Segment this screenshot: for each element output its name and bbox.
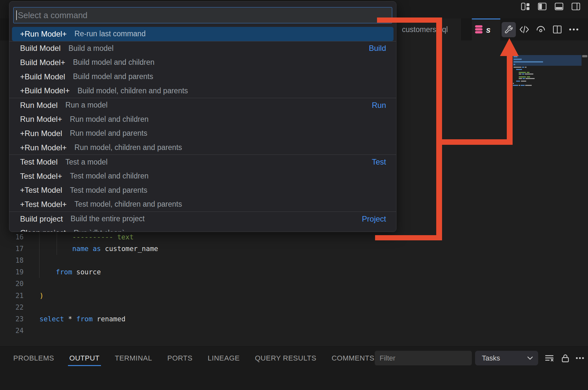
command-item-description: Run `dbt clean`: [73, 229, 124, 232]
command-item-label: +Test Model: [20, 186, 62, 195]
minimap-line: [521, 81, 526, 82]
tasks-dropdown[interactable]: Tasks: [475, 351, 538, 365]
bottom-panel: PROBLEMSOUTPUTTERMINALPORTSLINEAGEQUERY …: [0, 346, 588, 390]
minimap-line: [522, 67, 524, 68]
panel-tab-lineage[interactable]: LINEAGE: [208, 354, 240, 362]
lock-icon[interactable]: [559, 351, 572, 365]
minimap-line: [526, 78, 535, 79]
minimap-line: [513, 85, 518, 86]
command-input[interactable]: Select a command: [13, 7, 392, 23]
minimap[interactable]: [513, 55, 582, 152]
code-line[interactable]: 20: [0, 278, 291, 290]
code-line[interactable]: 22: [0, 301, 291, 313]
command-item-label: Test Model: [20, 157, 58, 166]
command-item[interactable]: Test Model+Test model and children: [9, 169, 396, 183]
code-line[interactable]: 23select * from renamed: [0, 313, 291, 325]
code-line[interactable]: 16 ---------- text: [0, 231, 291, 243]
scrollbar-thumb[interactable]: [582, 55, 587, 57]
command-item[interactable]: Run Model+Run model and children: [9, 112, 396, 127]
minimap-line: [513, 83, 514, 84]
command-item-label: Clean project: [20, 228, 66, 232]
code-line[interactable]: 17 name as customer_name: [0, 243, 291, 255]
command-item-description: Build model, children and parents: [77, 86, 188, 95]
customize-layout-icon[interactable]: [521, 3, 530, 10]
more-actions-icon[interactable]: [565, 22, 582, 37]
code-text: ---------- text: [39, 233, 134, 241]
toggle-panel-icon[interactable]: [555, 3, 563, 10]
filter-placeholder: Filter: [380, 354, 395, 362]
minimap-line: [516, 81, 520, 82]
command-input-placeholder: Select a command: [18, 10, 87, 20]
command-item-description: Run model and parents: [70, 129, 147, 138]
filter-input[interactable]: Filter: [375, 351, 472, 365]
more-actions-icon[interactable]: [573, 351, 586, 365]
command-item[interactable]: +Run Model+Run model, children and paren…: [9, 141, 396, 155]
minimap-line: [519, 76, 526, 77]
minimap-line: [514, 61, 543, 63]
command-palette: Select a command +Run Model+Re-run last …: [9, 1, 396, 232]
toggle-primary-sidebar-icon[interactable]: [538, 3, 547, 10]
panel-tab-problems[interactable]: PROBLEMS: [13, 354, 54, 362]
line-number: 16: [0, 233, 24, 241]
command-item[interactable]: Build Model+Build model and children: [9, 55, 396, 70]
command-item-description: Test model, children and parents: [74, 200, 182, 209]
panel-tab-output[interactable]: OUTPUT: [69, 354, 99, 362]
command-item[interactable]: +Test ModelTest model and parents: [9, 183, 396, 198]
command-item[interactable]: +Build Model+Build model, children and p…: [9, 84, 396, 98]
code-line[interactable]: 19 from source: [0, 266, 291, 278]
annotation-line: [436, 17, 442, 240]
split-editor-icon[interactable]: [549, 22, 565, 37]
command-list: +Run Model+Re-run last commandBuild Mode…: [9, 27, 396, 232]
minimap-line: [523, 78, 525, 79]
minimap-line: [522, 74, 524, 75]
command-item-label: Test Model+: [20, 172, 62, 181]
command-item[interactable]: +Run Model+Re-run last command: [12, 27, 394, 41]
minimap-line: [525, 67, 527, 68]
code-text: select * from renamed: [39, 315, 126, 323]
clear-output-icon[interactable]: [543, 351, 556, 365]
wrench-icon[interactable]: [502, 22, 516, 37]
command-item[interactable]: +Build ModelBuild model and parents: [9, 70, 396, 84]
panel-tab-query-results[interactable]: QUERY RESULTS: [255, 354, 316, 362]
code-line[interactable]: 24: [0, 325, 291, 337]
annotation-line: [375, 235, 442, 240]
minimap-line: [519, 85, 520, 86]
panel-tab-terminal[interactable]: TERMINAL: [115, 354, 152, 362]
line-number: 20: [0, 280, 24, 288]
command-item[interactable]: Test ModelTest a modelTest: [9, 155, 396, 169]
panel-tabs: PROBLEMSOUTPUTTERMINALPORTSLINEAGEQUERY …: [13, 351, 374, 366]
command-item[interactable]: Clean projectRun `dbt clean`: [9, 226, 396, 232]
toggle-secondary-sidebar-icon[interactable]: [571, 3, 580, 10]
command-item-label: Build Model+: [20, 58, 65, 67]
command-item-label: +Run Model: [20, 129, 62, 138]
command-item-label: Build project: [20, 214, 63, 224]
code-line[interactable]: 18: [0, 254, 291, 266]
command-item-label: +Build Model+: [20, 86, 70, 95]
minimap-selection: [513, 55, 582, 66]
command-item-description: Test a model: [65, 158, 107, 166]
secondary-tab-label: s: [486, 25, 491, 35]
command-item[interactable]: Run ModelRun a modelRun: [9, 98, 396, 112]
command-item-label: +Run Model+: [20, 143, 67, 152]
command-item-description: Test model and parents: [70, 186, 147, 195]
command-item-label: +Build Model: [20, 72, 65, 81]
panel-tab-comments[interactable]: COMMENTS: [332, 354, 374, 362]
tab-secondary-active[interactable]: s: [472, 18, 500, 40]
annotation-line: [507, 55, 513, 145]
minimap-line: [521, 85, 525, 86]
minimap-line: [519, 78, 522, 79]
command-item[interactable]: Build projectBuild the entire projectPro…: [9, 212, 396, 226]
command-item[interactable]: Build ModelBuild a modelBuild: [9, 41, 396, 56]
text-cursor: [16, 10, 17, 20]
command-item-label: Build Model: [20, 44, 61, 53]
line-number: 22: [0, 304, 24, 311]
line-number: 23: [0, 315, 24, 323]
line-number: 24: [0, 327, 24, 335]
command-item[interactable]: +Test Model+Test model, children and par…: [9, 197, 396, 212]
minimap-line: [514, 59, 522, 60]
code-line[interactable]: 21): [0, 290, 291, 302]
open-preview-icon[interactable]: [532, 22, 549, 37]
panel-tab-ports[interactable]: PORTS: [167, 354, 193, 362]
command-item[interactable]: +Run ModelRun model and parents: [9, 126, 396, 141]
code-icon[interactable]: [516, 22, 532, 37]
